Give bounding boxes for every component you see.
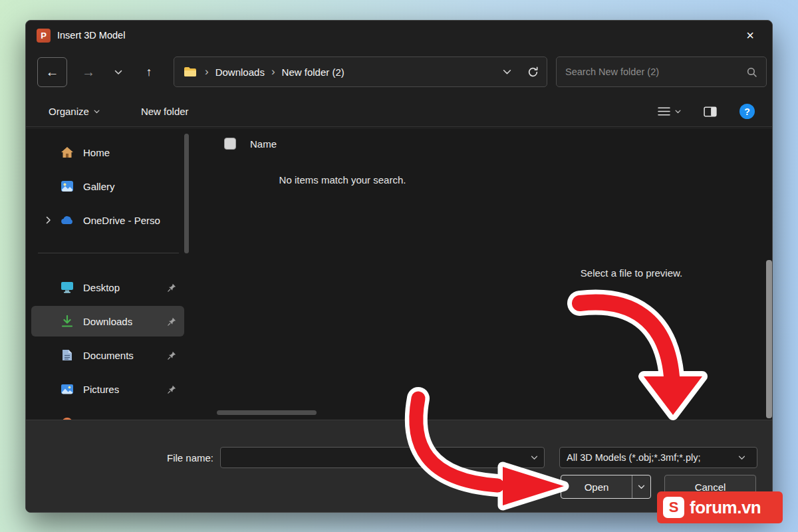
preview-scrollbar[interactable] [766,260,772,418]
preview-pane: Select a file to preview. [489,129,772,420]
search-icon [746,66,757,78]
open-button-label[interactable]: Open [561,475,632,498]
address-dropdown-chevron-icon[interactable] [503,69,511,75]
empty-results-message: No items match your search. [196,174,489,186]
preview-message: Select a file to preview. [489,267,772,279]
chevron-down-icon [114,70,122,75]
sidebar-item-label: Downloads [83,316,132,327]
sidebar-item-label: Home [83,147,110,158]
pictures-icon [59,384,75,394]
pin-icon [168,283,176,292]
forward-button[interactable]: → [75,57,102,87]
organize-label: Organize [49,106,89,117]
file-list-header: Name [196,134,489,153]
sforum-logo-icon: S [663,497,684,518]
chevron-down-icon [638,485,645,489]
file-name-input[interactable] [221,448,527,467]
sforum-watermark: S forum.vn [657,491,783,523]
sidebar-separator [38,253,179,253]
details-view-icon [658,106,670,116]
onedrive-icon [59,215,75,225]
pin-icon [168,351,176,360]
file-type-value: All 3D Models (*.obj;*.3mf;*.ply; [567,452,734,463]
chevron-right-icon[interactable] [46,216,51,224]
up-button[interactable]: ↑ [135,57,163,87]
chevron-down-icon [94,110,100,114]
search-box[interactable] [556,57,767,87]
breadcrumb-separator: › [205,65,209,78]
search-input[interactable] [565,66,746,77]
chevron-down-icon[interactable] [531,456,538,460]
sidebar-item-gallery[interactable]: Gallery [31,171,184,201]
home-icon [59,146,75,158]
sidebar-item-home[interactable]: Home [31,137,184,168]
breadcrumb-downloads[interactable]: Downloads [215,66,265,78]
sidebar-item-label: Desktop [83,282,120,293]
downloads-icon [59,315,75,327]
open-button[interactable]: Open [561,475,651,499]
breadcrumb-separator: › [271,65,275,78]
documents-icon [59,349,75,361]
sidebar-item-pictures[interactable]: Pictures [31,374,184,404]
pin-icon [168,385,176,394]
sidebar-item-desktop[interactable]: Desktop [31,272,184,303]
new-folder-label: New folder [141,106,189,117]
close-button[interactable]: × [739,25,761,45]
desktop-icon [59,281,75,293]
title-bar: P Insert 3D Model × [26,21,772,50]
help-button[interactable]: ? [739,104,755,119]
gallery-icon [59,180,75,192]
sidebar-item-downloads[interactable]: Downloads [31,306,184,336]
sidebar-item-documents[interactable]: Documents [31,340,184,370]
sidebar-item-onedrive[interactable]: OneDrive - Perso [31,205,184,235]
sidebar-item-music[interactable]: Music [31,408,184,420]
insert-3d-model-dialog: P Insert 3D Model × ← → ↑ › Downloads › … [25,20,773,513]
address-bar[interactable]: › Downloads › New folder (2) [174,57,547,87]
window-title: Insert 3D Model [57,30,125,41]
file-list: Name No items match your search. [196,129,489,420]
preview-pane-button[interactable] [704,106,717,117]
select-all-checkbox[interactable] [224,138,236,150]
organize-button[interactable]: Organize [49,106,100,117]
dialog-body: Home Gallery OneDrive - Pe [26,129,772,420]
pin-icon [168,317,176,326]
back-button[interactable]: ← [37,57,67,87]
sidebar-item-label: Pictures [83,384,119,395]
folder-icon [182,66,198,77]
refresh-icon[interactable] [527,66,539,78]
powerpoint-icon: P [37,29,51,43]
sidebar-item-label: Documents [83,350,134,361]
change-view-button[interactable] [658,106,681,116]
open-dropdown-button[interactable] [632,475,650,498]
breadcrumb-current-folder[interactable]: New folder (2) [282,66,344,78]
watermark-text: forum.vn [690,497,761,518]
sidebar-item-label: OneDrive - Perso [83,215,160,226]
file-name-combobox[interactable] [220,447,545,468]
chevron-down-icon [675,110,681,114]
recent-locations-button[interactable] [106,57,131,87]
file-type-dropdown[interactable]: All 3D Models (*.obj;*.3mf;*.ply; [559,447,757,468]
new-folder-button[interactable]: New folder [141,106,189,117]
chevron-down-icon [738,456,745,460]
navigation-sidebar: Home Gallery OneDrive - Pe [26,129,191,420]
desktop-background: P Insert 3D Model × ← → ↑ › Downloads › … [0,0,798,532]
preview-pane-icon [704,106,717,117]
file-name-label: File name: [158,452,213,464]
navigation-bar: ← → ↑ › Downloads › New folder (2) [26,54,772,88]
sidebar-scrollbar[interactable] [184,134,189,253]
watermark-letter: S [669,499,679,516]
name-column-header[interactable]: Name [250,138,277,150]
command-toolbar: Organize New folder ? [26,96,772,127]
sidebar-item-label: Gallery [83,181,115,192]
horizontal-scrollbar[interactable] [217,410,317,415]
